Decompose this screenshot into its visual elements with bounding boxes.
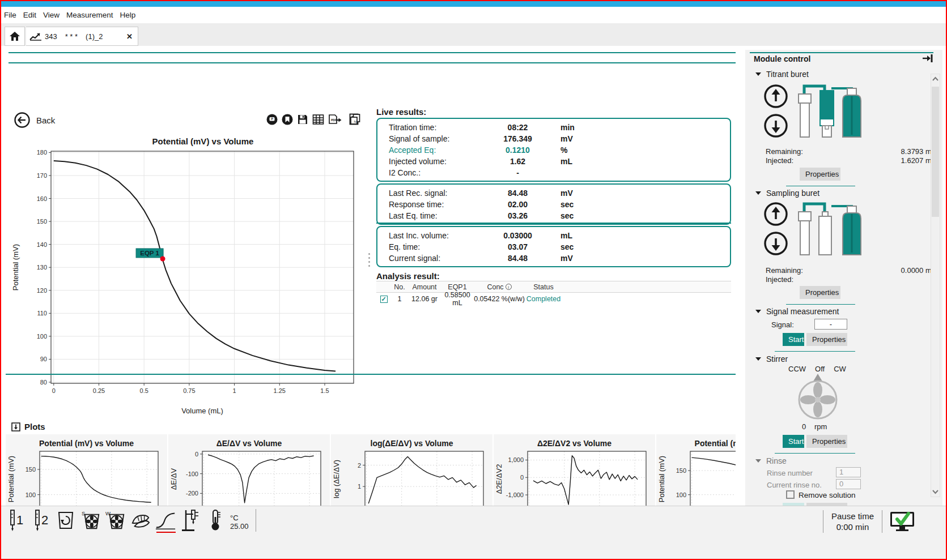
tab-home[interactable]: [5, 27, 25, 46]
home-icon: [9, 31, 20, 41]
sidebar-scrollbar-thumb[interactable]: [932, 87, 939, 217]
analysis-result-title: Analysis result:: [376, 271, 440, 281]
signal-section-underline: [775, 351, 855, 352]
stirrer-dial[interactable]: [796, 373, 839, 420]
live-result-unit: sec: [560, 200, 574, 209]
stirrer-w-icon[interactable]: W: [105, 509, 126, 532]
live-result-label: Current signal:: [389, 254, 491, 263]
scroll-down-icon[interactable]: [932, 489, 938, 494]
stirrer-s-icon[interactable]: S: [80, 509, 101, 532]
tab-label-part3: (1)_2: [86, 32, 103, 41]
back-button[interactable]: Back: [14, 110, 55, 130]
export-pdf-icon[interactable]: PDF: [328, 113, 342, 125]
tab-measurement[interactable]: 343 * * * (1)_2 ✕: [26, 27, 138, 46]
active-mode-indicator: [156, 532, 176, 533]
menu-edit[interactable]: Edit: [23, 8, 43, 22]
window-titlebar[interactable]: [0, 0, 947, 7]
titrant-down-button[interactable]: [763, 113, 788, 138]
stirrer-ccw-option[interactable]: CCW: [788, 365, 806, 373]
scroll-up-icon[interactable]: [932, 76, 938, 82]
section-rinse[interactable]: Rinse: [755, 456, 787, 465]
svg-text:0.25: 0.25: [93, 387, 105, 394]
signal-properties-button[interactable]: Properties: [806, 333, 847, 346]
live-result-label: Last Eq. time:: [389, 211, 491, 220]
section-signal-measurement[interactable]: Signal measurement: [755, 307, 839, 316]
titrant-injected-row: Injected: 1.6207 mL: [766, 156, 793, 165]
stirrer-off-option[interactable]: Off: [815, 365, 825, 373]
panel-splitter[interactable]: [368, 253, 371, 267]
sampling-down-button[interactable]: [763, 231, 788, 256]
signal-start-button[interactable]: Start: [783, 333, 804, 346]
statusbar-divider: [256, 509, 256, 532]
section-stirrer[interactable]: Stirrer: [755, 354, 788, 364]
sidebar-scrollbar[interactable]: [931, 74, 940, 497]
burette-2-icon[interactable]: 2: [31, 509, 51, 532]
plot-canvas-main[interactable]: 00.250.50.7511.251.580901001101201301401…: [9, 146, 362, 416]
pin-panel-icon[interactable]: [922, 53, 933, 63]
signal-measurement-title: Signal measurement: [766, 307, 839, 316]
thermometer-icon[interactable]: [205, 509, 226, 532]
temperature-unit: °C: [230, 514, 239, 522]
live-result-label: Last Rec. signal:: [389, 189, 491, 198]
analysis-result-table: No.AmountEQP1ConciStatus✓112.06 gr0.5850…: [376, 281, 731, 305]
rinse-number-field[interactable]: 1: [836, 467, 861, 477]
sampling-properties-button[interactable]: Properties: [800, 286, 840, 299]
save-icon[interactable]: [297, 114, 308, 125]
stirrer-rpm-unit: rpm: [814, 422, 827, 431]
table-icon[interactable]: [312, 114, 324, 125]
menu-measurement[interactable]: Measurement: [66, 8, 120, 22]
popout-icon[interactable]: N: [350, 113, 361, 125]
section-sampling-buret[interactable]: Sampling buret: [755, 189, 819, 198]
back-arrow-icon: [14, 112, 31, 129]
stirrer-properties-button[interactable]: Properties: [806, 435, 847, 448]
column-header-status[interactable]: Status: [525, 283, 562, 291]
titrant-up-button[interactable]: [763, 84, 788, 109]
titration-curve-icon[interactable]: [155, 509, 176, 532]
signal-value-field[interactable]: -: [814, 319, 847, 330]
titration-stand-icon[interactable]: [180, 509, 201, 532]
column-header-amount[interactable]: Amount: [408, 283, 441, 291]
sampling-up-button[interactable]: [763, 202, 788, 226]
svg-text:120: 120: [37, 287, 47, 294]
titrant-remaining-row: Remaining: 8.3793 mL: [766, 147, 803, 156]
menu-help[interactable]: Help: [120, 8, 142, 22]
wash-hands-icon[interactable]: [130, 509, 151, 532]
beaker-rinse-icon[interactable]: [56, 509, 76, 532]
divider-top-2: [9, 62, 736, 63]
stirrer-cw-option[interactable]: CW: [834, 365, 846, 373]
current-rinse-field[interactable]: 0: [836, 479, 861, 489]
menu-file[interactable]: File: [4, 8, 23, 22]
comment-circle-icon[interactable]: P: [266, 114, 278, 125]
row-checkbox[interactable]: ✓: [380, 296, 388, 303]
column-header-eqp1[interactable]: EQP1: [441, 283, 474, 291]
svg-text:1: 1: [358, 483, 361, 490]
column-header-no[interactable]: No.: [391, 283, 408, 291]
svg-text:180: 180: [37, 149, 47, 156]
main-chart[interactable]: 00.250.50.7511.251.580901001101201301401…: [9, 146, 362, 418]
tab-label-part1: 343: [45, 32, 57, 41]
menu-bar: FileEditViewMeasurementHelp: [0, 7, 947, 23]
system-ok-icon[interactable]: [889, 510, 915, 533]
remove-solution-checkbox[interactable]: [786, 490, 795, 499]
stirrer-start-button[interactable]: Start: [783, 435, 804, 448]
titrant-injected-value: 1.6207 mL: [822, 156, 936, 165]
column-header-conc[interactable]: Conci: [474, 283, 525, 291]
live-result-unit: sec: [560, 211, 574, 220]
rinse-number-label: Rinse number: [767, 469, 813, 477]
collapse-plots-icon[interactable]: [11, 422, 20, 431]
live-result-row: Last Eq. time:03.26sec: [377, 210, 730, 221]
bookmark-circle-icon[interactable]: [282, 114, 293, 125]
divider-top-1: [9, 52, 736, 53]
tab-close-icon[interactable]: ✕: [125, 32, 134, 41]
burette-1-icon[interactable]: 1: [6, 509, 26, 532]
svg-text:100: 100: [26, 491, 36, 498]
section-titrant-buret[interactable]: Titrant buret: [755, 70, 809, 79]
titrant-properties-button[interactable]: Properties: [800, 168, 840, 181]
chart-line-icon: [29, 32, 42, 41]
svg-text:2: 2: [358, 462, 361, 469]
analysis-result-row[interactable]: ✓112.06 gr0.58500 mL0.05422 %(w/w)Comple…: [376, 293, 731, 305]
menu-view[interactable]: View: [43, 8, 66, 22]
pause-time-value: 0:00 min: [831, 521, 874, 532]
titrant-remaining-label: Remaining:: [766, 147, 803, 156]
y-axis-label: ΔE/ΔV: [169, 468, 178, 490]
